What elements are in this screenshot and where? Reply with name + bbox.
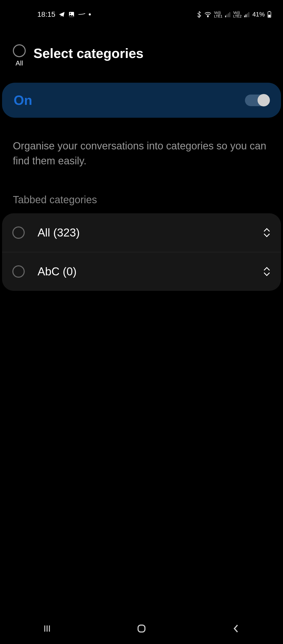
category-row[interactable]: All (323) [2,213,281,252]
status-time: 18:15 [37,10,55,19]
wifi-icon [204,12,211,17]
status-right: Vo))LTE1 Vo))LTE2 41% [197,11,271,18]
home-button[interactable] [136,623,147,634]
toggle-knob [258,94,270,106]
header: All Select categories [0,24,283,75]
reorder-handle[interactable] [263,267,271,276]
select-all-radio-icon [13,44,26,57]
svg-rect-3 [225,15,226,17]
category-list: All (323) AbC (0) [2,213,281,291]
row-radio-icon[interactable] [12,265,25,278]
svg-rect-4 [226,14,227,17]
toggle-state-label: On [14,92,32,108]
back-button[interactable] [231,623,241,634]
row-label: All (323) [38,226,250,239]
svg-rect-13 [268,15,270,17]
reorder-handle[interactable] [263,228,271,237]
volte2-indicator: Vo))LTE2 [233,11,242,18]
svg-rect-12 [269,11,270,12]
page-title: Select categories [33,46,144,61]
category-row[interactable]: AbC (0) [2,252,281,291]
navigation-bar [0,613,283,644]
toggle-switch[interactable] [245,95,269,106]
svg-rect-7 [244,15,245,17]
svg-rect-9 [247,13,248,17]
feature-toggle-card[interactable]: On [2,83,281,118]
telegram-icon [58,11,65,18]
volte1-indicator: Vo))LTE1 [214,11,222,18]
status-left: 18:15 [37,10,91,19]
signal-1-icon [225,12,231,17]
svg-rect-5 [228,13,229,17]
svg-point-1 [70,13,71,14]
battery-percent: 41% [252,11,265,18]
svg-rect-8 [245,14,246,17]
select-all-label: All [16,59,23,67]
select-all-control[interactable]: All [13,44,26,67]
battery-icon [267,11,271,18]
bluetooth-icon [197,11,202,18]
svg-rect-17 [138,625,145,632]
svg-point-2 [207,16,208,17]
row-radio-icon[interactable] [12,226,25,239]
row-label: AbC (0) [38,265,250,278]
feature-description: Organise your conversations into categor… [0,118,283,181]
signal-2-icon [244,12,250,17]
status-bar: 18:15 Vo))LTE1 Vo))LTE2 41% [0,0,283,24]
svg-rect-6 [229,12,230,17]
swoosh-icon [78,12,86,16]
section-header: Tabbed categories [0,181,283,211]
recents-button[interactable] [42,623,52,634]
dot-icon [89,13,91,15]
gallery-icon [68,11,75,18]
svg-rect-10 [248,12,249,17]
